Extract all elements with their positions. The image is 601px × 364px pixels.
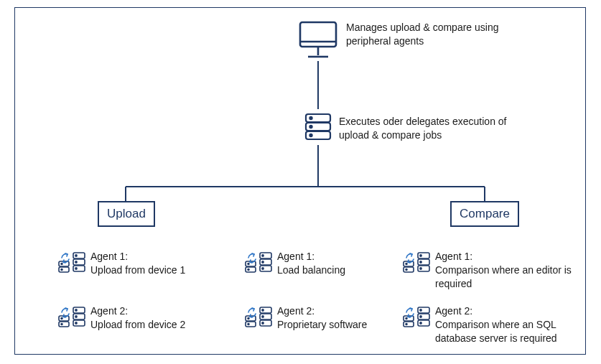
- svg-point-23: [61, 263, 62, 265]
- svg-point-24: [61, 269, 62, 271]
- svg-point-12: [309, 117, 312, 119]
- svg-point-30: [75, 322, 77, 324]
- svg-rect-72: [404, 322, 414, 327]
- agent-title: Agent 2:: [90, 305, 128, 317]
- svg-point-48: [262, 309, 264, 311]
- agent-icon: [402, 306, 432, 330]
- svg-point-18: [75, 255, 77, 256]
- svg-rect-5: [300, 22, 336, 47]
- agent-title: Agent 2:: [435, 305, 472, 317]
- agent-icon: [244, 306, 274, 330]
- svg-point-34: [61, 324, 62, 325]
- agent-desc: Proprietary software: [277, 319, 367, 330]
- svg-point-58: [420, 255, 421, 256]
- svg-rect-62: [404, 267, 414, 272]
- svg-point-73: [406, 318, 407, 319]
- svg-point-28: [75, 309, 77, 311]
- agent-desc: Upload from device 1: [90, 264, 185, 276]
- compare-node: Compare: [450, 201, 519, 227]
- svg-point-39: [262, 261, 264, 263]
- svg-point-50: [262, 322, 264, 324]
- svg-point-60: [420, 268, 421, 269]
- workstation-caption: Manages upload & compare using periphera…: [346, 21, 511, 48]
- agent-icon: [57, 306, 88, 330]
- agent-title: Agent 1:: [435, 251, 472, 262]
- compare-node-label: Compare: [460, 207, 510, 221]
- svg-point-14: [309, 134, 312, 136]
- upload-node: Upload: [98, 201, 155, 227]
- svg-point-74: [406, 324, 407, 325]
- svg-point-40: [262, 268, 264, 269]
- svg-point-29: [75, 316, 77, 317]
- agent-icon: [402, 251, 432, 276]
- agent-title: Agent 1:: [277, 251, 315, 262]
- svg-point-44: [248, 269, 249, 271]
- server-stack-icon: [303, 111, 333, 143]
- svg-point-19: [75, 261, 77, 263]
- svg-point-43: [248, 263, 249, 265]
- svg-point-69: [420, 316, 421, 317]
- svg-point-20: [75, 268, 77, 269]
- svg-point-63: [406, 263, 407, 265]
- agent-title: Agent 1:: [90, 251, 128, 262]
- workstation-icon: [297, 19, 340, 61]
- agent-desc: Comparison where an editor is required: [435, 264, 572, 289]
- upload-node-label: Upload: [107, 207, 146, 221]
- svg-rect-42: [246, 267, 256, 272]
- svg-point-64: [406, 269, 407, 271]
- agent-desc: Load balancing: [277, 264, 345, 276]
- agent-desc: Upload from device 2: [90, 319, 185, 330]
- svg-point-59: [420, 261, 421, 263]
- svg-point-68: [420, 309, 421, 311]
- svg-point-70: [420, 322, 421, 324]
- svg-rect-22: [59, 267, 69, 272]
- agent-icon: [57, 251, 88, 276]
- svg-point-13: [309, 126, 312, 128]
- agent-desc: Comparison where an SQL database server …: [435, 319, 557, 344]
- agent-icon: [244, 251, 274, 276]
- agent-title: Agent 2:: [277, 305, 315, 317]
- svg-point-49: [262, 316, 264, 317]
- svg-rect-52: [246, 322, 256, 327]
- svg-point-38: [262, 255, 264, 256]
- svg-point-54: [248, 324, 249, 325]
- svg-rect-32: [59, 322, 69, 327]
- svg-point-53: [248, 318, 249, 319]
- server-caption: Executes oder delegates execution of upl…: [339, 115, 518, 142]
- svg-point-33: [61, 318, 62, 319]
